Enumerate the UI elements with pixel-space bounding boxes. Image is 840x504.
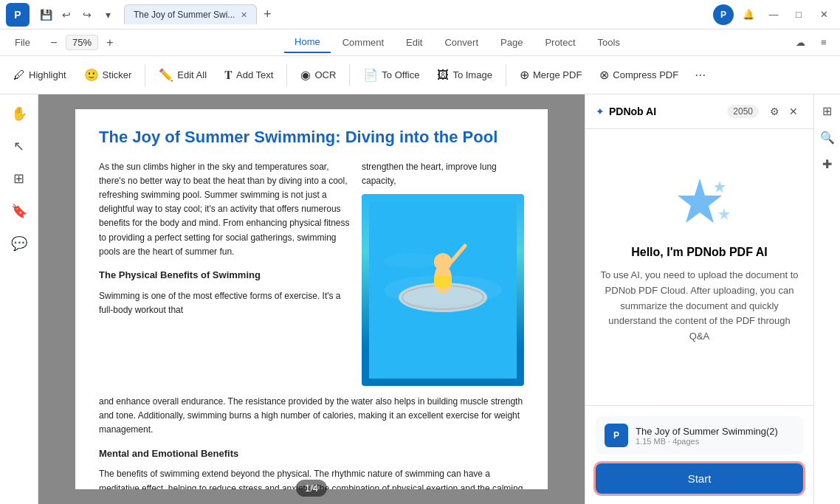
to-image-label: To Image — [452, 69, 492, 80]
minimize-button[interactable]: — — [763, 4, 784, 25]
add-text-icon: 𝐓 — [224, 69, 233, 82]
tab-comment[interactable]: Comment — [332, 32, 394, 52]
file-label: File — [15, 37, 30, 48]
history-dropdown-button[interactable]: ▾ — [97, 4, 118, 25]
tab-page[interactable]: Page — [490, 32, 533, 52]
add-text-button[interactable]: 𝐓 Add Text — [217, 65, 280, 86]
zoom-area: − 75% + — [45, 34, 119, 52]
highlight-label: Highlight — [29, 69, 66, 80]
nav-tabs: Home Comment Edit Convert Page Protect T… — [125, 32, 790, 53]
file-info: The Joy of Summer Swimming(2) 1.15 MB · … — [636, 426, 794, 446]
edit-all-button[interactable]: ✏️ Edit All — [151, 64, 214, 86]
app-logo: P — [6, 3, 30, 27]
undo-icon: ↩ — [62, 9, 71, 21]
to-office-label: To Office — [382, 69, 419, 80]
save-icon: 💾 — [40, 9, 52, 21]
tab-home[interactable]: Home — [284, 32, 331, 53]
tab-convert[interactable]: Convert — [434, 32, 489, 52]
svg-marker-20 — [718, 208, 730, 220]
highlight-button[interactable]: 🖊 Highlight — [6, 65, 74, 86]
undo-button[interactable]: ↩ — [56, 4, 77, 25]
pdf-page: The Joy of Summer Swimming: Diving into … — [75, 109, 548, 489]
toolbar-more-button[interactable]: ··· — [689, 63, 712, 86]
right-mini-sidebar: ⊞ 🔍 ✚ — [813, 94, 840, 504]
menu-more-icon: ≡ — [821, 37, 827, 48]
tab-area: The Joy of Summer Swi... ✕ + — [124, 4, 707, 25]
close-button[interactable]: ✕ — [813, 4, 834, 25]
svg-marker-19 — [714, 181, 726, 193]
pan-tool-button[interactable]: ✋ — [6, 100, 32, 127]
ai-settings-button[interactable]: ⚙ — [765, 102, 784, 121]
pdf-right-text: and enhance overall endurance. The resis… — [99, 395, 524, 489]
titlebar: P 💾 ↩ ↪ ▾ The Joy of Summer Swi... ✕ + P… — [0, 0, 840, 30]
bookmark-panel-button[interactable]: 🔖 — [6, 198, 32, 224]
thumbnail-icon: ⊞ — [13, 170, 24, 187]
redo-icon: ↪ — [83, 9, 92, 21]
toolbar: 🖊 Highlight 🙂 Sticker ✏️ Edit All 𝐓 Add … — [0, 56, 840, 94]
thumbnail-panel-button[interactable]: ⊞ — [6, 165, 32, 192]
page-indicator: 1/4 — [296, 480, 327, 497]
maximize-button[interactable]: □ — [788, 4, 809, 25]
notification-button[interactable]: 🔔 — [738, 4, 759, 25]
to-image-button[interactable]: 🖼 To Image — [430, 65, 499, 86]
add-panel-button[interactable]: ✚ — [817, 153, 838, 174]
compress-pdf-button[interactable]: ⊗ Compress PDF — [592, 64, 686, 86]
zoom-out-button[interactable]: − — [45, 34, 63, 52]
tab-tools[interactable]: Tools — [588, 32, 630, 52]
file-menu[interactable]: File — [6, 34, 39, 51]
pdf-title: The Joy of Summer Swimming: Diving into … — [99, 127, 524, 148]
settings-icon: ⚙ — [770, 106, 779, 117]
minimize-icon: — — [769, 9, 779, 20]
separator-1 — [145, 64, 145, 86]
sticker-label: Sticker — [103, 69, 132, 80]
save-button[interactable]: 💾 — [35, 4, 56, 25]
to-office-button[interactable]: 📄 To Office — [356, 64, 427, 86]
tab-edit[interactable]: Edit — [396, 32, 433, 52]
hand-icon: ✋ — [11, 106, 27, 122]
start-button[interactable]: Start — [596, 463, 803, 494]
tab-protect[interactable]: Protect — [534, 32, 585, 52]
ai-title: PDNob AI — [609, 106, 727, 117]
to-office-icon: 📄 — [363, 68, 378, 82]
bell-icon: 🔔 — [743, 9, 754, 20]
cloud-icon: ☁ — [796, 37, 805, 48]
menu-more-button[interactable]: ≡ — [813, 32, 834, 53]
merge-pdf-icon: ⊕ — [520, 68, 529, 82]
expand-panel-button[interactable]: ⊞ — [817, 100, 838, 121]
menubar: File − 75% + Home Comment Edit Convert P… — [0, 30, 840, 56]
ocr-label: OCR — [314, 69, 336, 80]
cursor-icon: ↖ — [13, 138, 24, 154]
menubar-right: ☁ ≡ — [790, 32, 834, 53]
expand-icon: ⊞ — [822, 104, 832, 118]
merge-pdf-button[interactable]: ⊕ Merge PDF — [512, 64, 589, 86]
ai-stars-graphic — [667, 175, 733, 234]
ai-body: Hello, I'm PDNob PDF AI To use AI, you n… — [585, 129, 813, 405]
tab-current[interactable]: The Joy of Summer Swi... ✕ — [124, 4, 257, 24]
select-tool-button[interactable]: ↖ — [6, 133, 32, 159]
file-type-icon: P — [605, 424, 628, 447]
comment-panel-button[interactable]: 💬 — [6, 230, 32, 257]
edit-all-label: Edit All — [177, 69, 207, 80]
pdf-pool-image-top — [362, 194, 524, 386]
redo-button[interactable]: ↪ — [77, 4, 97, 25]
plus-icon: ✚ — [822, 157, 832, 171]
ai-greeting: Hello, I'm PDNob PDF AI — [631, 246, 768, 259]
ai-close-icon: ✕ — [789, 106, 798, 117]
tab-close-icon[interactable]: ✕ — [241, 10, 247, 20]
comment-icon: 💬 — [11, 235, 27, 252]
merge-pdf-label: Merge PDF — [533, 69, 582, 80]
dropdown-icon: ▾ — [106, 9, 111, 21]
titlebar-right: P 🔔 — □ ✕ — [713, 4, 834, 25]
ocr-button[interactable]: ◉ OCR — [293, 64, 343, 86]
ai-close-button[interactable]: ✕ — [784, 102, 803, 121]
main-area: ✋ ↖ ⊞ 🔖 💬 The Joy of Summer Swimming: Di… — [0, 94, 840, 504]
pdf-area: The Joy of Summer Swimming: Diving into … — [38, 94, 585, 504]
zoom-in-button[interactable]: + — [101, 34, 119, 52]
sticker-button[interactable]: 🙂 Sticker — [77, 64, 140, 86]
ai-description: To use AI, you need to upload the docume… — [600, 268, 799, 345]
search-panel-button[interactable]: 🔍 — [817, 127, 838, 148]
to-image-icon: 🖼 — [437, 69, 449, 82]
cloud-button[interactable]: ☁ — [790, 32, 810, 53]
zoom-value[interactable]: 75% — [66, 35, 98, 50]
new-tab-button[interactable]: + — [257, 4, 278, 25]
